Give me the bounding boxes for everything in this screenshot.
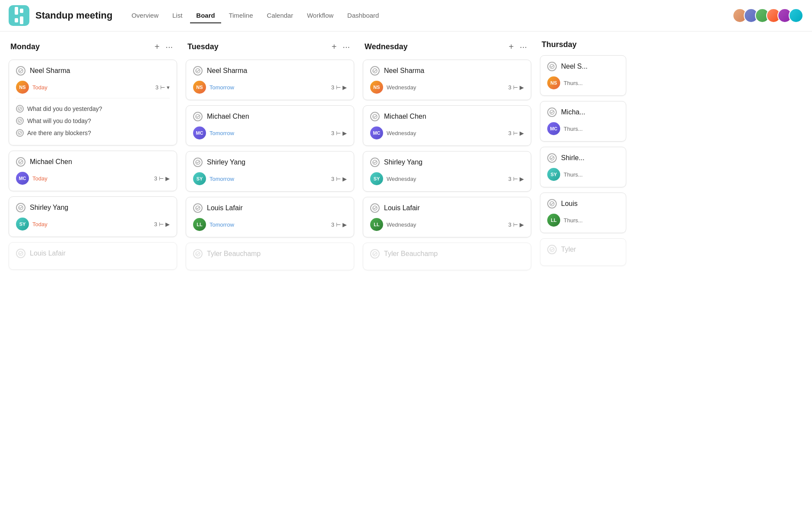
subtask-3: Are there any blockers? — [16, 127, 170, 139]
column-tuesday-more[interactable]: ··· — [340, 40, 352, 54]
subtask-check-1[interactable] — [16, 105, 24, 113]
nav-list[interactable]: List — [166, 8, 188, 23]
card-title-shirley-tuesday: Shirley Yang — [207, 158, 245, 166]
card-date-neel-wednesday: Wednesday — [387, 84, 505, 91]
card-check-shirley-tuesday[interactable] — [193, 158, 203, 167]
card-check-louis-tuesday[interactable] — [193, 203, 203, 213]
column-wednesday-title: Wednesday — [365, 42, 506, 51]
card-date-louis-wednesday: Wednesday — [387, 221, 505, 228]
card-check-louis-thursday[interactable] — [547, 199, 557, 208]
column-wednesday: Wednesday + ··· Neel Sharma NS Wednesday… — [363, 40, 531, 275]
card-check-michael-wednesday[interactable] — [370, 112, 380, 121]
card-title-michael-wednesday: Michael Chen — [384, 113, 426, 120]
card-neel-monday: Neel Sharma NS Today 3 ⊢ ▾ What did you … — [9, 60, 177, 145]
card-check-michael-monday[interactable] — [16, 157, 25, 167]
card-shirley-thursday: Shirle... SY Thurs... — [540, 147, 626, 187]
column-monday-add[interactable]: + — [152, 40, 162, 54]
card-tyler-wednesday: Tyler Beauchamp — [363, 243, 531, 270]
card-date-michael-thursday: Thurs... — [564, 126, 619, 132]
card-check-neel-wednesday[interactable] — [370, 66, 380, 76]
card-check-shirley-monday[interactable] — [16, 203, 25, 212]
card-neel-thursday: Neel S... NS Thurs... — [540, 55, 626, 96]
subtask-check-2[interactable] — [16, 117, 24, 125]
nav-calendar[interactable]: Calendar — [261, 8, 299, 23]
card-check-neel-tuesday[interactable] — [193, 66, 203, 76]
column-monday-more[interactable]: ··· — [163, 40, 175, 54]
card-avatar-shirley-tuesday: SY — [193, 172, 206, 185]
nav-dashboard[interactable]: Dashboard — [341, 8, 385, 23]
card-title-neel-tuesday: Neel Sharma — [207, 67, 247, 75]
card-meta-neel-monday: 3 ⊢ ▾ — [155, 84, 170, 91]
column-monday-title: Monday — [10, 42, 152, 51]
nav-workflow[interactable]: Workflow — [301, 8, 339, 23]
card-date-michael-wednesday: Wednesday — [387, 130, 505, 136]
card-date-shirley-tuesday: Tomorrow — [209, 176, 328, 182]
card-title-louis-wednesday: Louis Lafair — [384, 204, 420, 212]
card-avatar-neel-monday: NS — [16, 81, 29, 94]
card-check-michael-tuesday[interactable] — [193, 112, 203, 121]
card-title-neel-thursday: Neel S... — [561, 63, 587, 70]
card-check-louis-monday[interactable] — [16, 249, 25, 258]
card-meta-louis-wednesday: 3 ⊢ ▶ — [508, 221, 524, 228]
card-neel-wednesday: Neel Sharma NS Wednesday 3 ⊢ ▶ — [363, 60, 531, 100]
card-meta-shirley-tuesday: 3 ⊢ ▶ — [331, 176, 347, 182]
card-michael-monday: Michael Chen MC Today 3 ⊢ ▶ — [9, 151, 177, 191]
card-neel-tuesday: Neel Sharma NS Tomorrow 3 ⊢ ▶ — [186, 60, 354, 100]
card-check-neel-monday[interactable] — [16, 66, 25, 76]
card-title-tyler-thursday: Tyler — [561, 246, 576, 253]
card-avatar-louis-tuesday: LL — [193, 218, 206, 231]
card-avatar-neel-thursday: NS — [547, 76, 560, 89]
card-meta-neel-tuesday: 3 ⊢ ▶ — [331, 84, 347, 91]
card-date-neel-thursday: Thurs... — [564, 80, 619, 86]
card-check-michael-thursday[interactable] — [547, 107, 557, 117]
subtask-1: What did you do yesterday? — [16, 103, 170, 115]
card-title-michael-thursday: Micha... — [561, 108, 585, 116]
card-check-tyler-wednesday[interactable] — [370, 249, 380, 259]
card-check-shirley-wednesday[interactable] — [370, 158, 380, 167]
card-check-louis-wednesday[interactable] — [370, 203, 380, 213]
card-avatar-louis-thursday: LL — [547, 214, 560, 227]
card-avatar-michael-thursday: MC — [547, 122, 560, 135]
nav-overview[interactable]: Overview — [125, 8, 165, 23]
card-title-shirley-wednesday: Shirley Yang — [384, 158, 422, 166]
column-tuesday-add[interactable]: + — [329, 40, 339, 54]
column-tuesday-header: Tuesday + ··· — [186, 40, 354, 54]
card-avatar-shirley-wednesday: SY — [370, 172, 383, 185]
card-check-neel-thursday[interactable] — [547, 62, 557, 71]
card-meta-louis-tuesday: 3 ⊢ ▶ — [331, 221, 347, 228]
card-check-tyler-thursday[interactable] — [547, 245, 557, 254]
column-monday-header: Monday + ··· — [9, 40, 177, 54]
card-check-shirley-thursday[interactable] — [547, 153, 557, 163]
subtask-check-3[interactable] — [16, 129, 24, 137]
app-header: Standup meeting Overview List Board Time… — [0, 0, 812, 32]
card-title-neel-monday: Neel Sharma — [30, 67, 70, 75]
column-wednesday-more[interactable]: ··· — [517, 40, 530, 54]
card-meta-shirley-wednesday: 3 ⊢ ▶ — [508, 176, 524, 182]
card-check-tyler-tuesday[interactable] — [193, 249, 203, 259]
card-avatar-michael-tuesday: MC — [193, 126, 206, 139]
nav-board[interactable]: Board — [190, 8, 221, 23]
column-wednesday-add[interactable]: + — [506, 40, 517, 54]
card-date-shirley-monday: Today — [32, 221, 151, 227]
card-tyler-thursday: Tyler — [540, 238, 626, 266]
card-avatar-neel-wednesday: NS — [370, 81, 383, 94]
card-shirley-tuesday: Shirley Yang SY Tomorrow 3 ⊢ ▶ — [186, 151, 354, 192]
card-meta-michael-wednesday: 3 ⊢ ▶ — [508, 130, 524, 136]
header-avatars — [733, 8, 803, 23]
nav-timeline[interactable]: Timeline — [223, 8, 259, 23]
header-avatar-6[interactable] — [789, 8, 803, 23]
board: Monday + ··· Neel Sharma NS Today 3 ⊢ ▾ — [0, 32, 812, 502]
card-date-louis-thursday: Thurs... — [564, 217, 619, 224]
card-title-tyler-tuesday: Tyler Beauchamp — [207, 250, 261, 258]
card-meta-michael-tuesday: 3 ⊢ ▶ — [331, 130, 347, 136]
main-nav: Overview List Board Timeline Calendar Wo… — [125, 8, 733, 23]
card-louis-wednesday: Louis Lafair LL Wednesday 3 ⊢ ▶ — [363, 197, 531, 237]
card-tyler-tuesday: Tyler Beauchamp — [186, 243, 354, 270]
card-michael-wednesday: Michael Chen MC Wednesday 3 ⊢ ▶ — [363, 105, 531, 146]
card-shirley-monday: Shirley Yang SY Today 3 ⊢ ▶ — [9, 196, 177, 237]
card-meta-neel-wednesday: 3 ⊢ ▶ — [508, 84, 524, 91]
card-title-shirley-monday: Shirley Yang — [30, 204, 68, 212]
card-title-louis-tuesday: Louis Lafair — [207, 204, 243, 212]
card-title-louis-thursday: Louis — [561, 200, 577, 208]
card-meta-shirley-monday: 3 ⊢ ▶ — [154, 221, 170, 227]
